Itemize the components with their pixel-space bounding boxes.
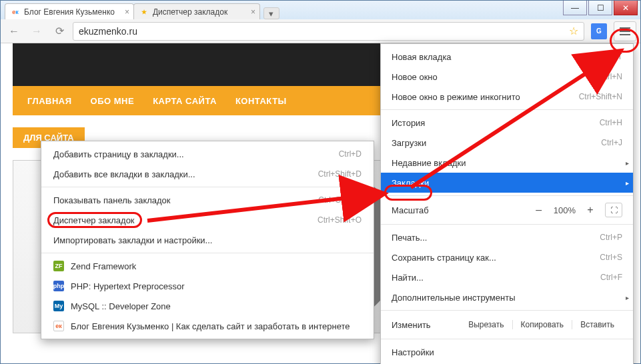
tab-1[interactable]: ек Блог Евгения Кузьменко ×: [5, 3, 134, 19]
main-menu-button[interactable]: [614, 21, 636, 41]
toolbar: ← → ⟳ ekuzmenko.ru ☆ G: [1, 19, 640, 43]
address-bar[interactable]: ekuzmenko.ru ☆: [73, 22, 584, 41]
menu-incognito[interactable]: Новое окно в режиме инкогнитоCtrl+Shift+…: [381, 87, 633, 107]
favicon-ek: ек: [11, 7, 20, 17]
url-text: ekuzmenko.ru: [79, 26, 137, 37]
bookmark-item-blog[interactable]: екБлог Евгения Кузьменко | Как сделать с…: [41, 316, 374, 336]
menu-downloads[interactable]: ЗагрузкиCtrl+J: [381, 133, 633, 153]
edit-copy[interactable]: Копировать: [512, 320, 572, 329]
menu-edit: Изменить Вырезать Копировать Вставить: [381, 313, 633, 336]
zoom-value: 100%: [554, 205, 576, 215]
titlebar: ек Блог Евгения Кузьменко × ★ Диспетчер …: [1, 1, 640, 19]
submenu-bookmark-manager[interactable]: Диспетчер закладокCtrl+Shift+O: [41, 210, 374, 230]
new-tab-button[interactable]: ▾: [263, 7, 279, 19]
nav-home[interactable]: ГЛАВНАЯ: [27, 96, 72, 106]
menu-find[interactable]: Найти...Ctrl+F: [381, 267, 633, 287]
menu-more-tools[interactable]: Дополнительные инструменты▸: [381, 287, 633, 307]
zoom-out-button[interactable]: –: [534, 204, 544, 216]
bookmark-icon-ek: ек: [53, 321, 64, 331]
maximize-button[interactable]: ☐: [588, 1, 612, 15]
menu-new-window[interactable]: Новое окноCtrl+N: [381, 67, 633, 87]
edit-label: Изменить: [392, 320, 431, 330]
fullscreen-button[interactable]: ⛶: [605, 203, 622, 217]
menu-recent-tabs[interactable]: Недавние вкладки▸: [381, 153, 633, 173]
nav-contacts[interactable]: КОНТАКТЫ: [235, 96, 287, 106]
tab-title: Блог Евгения Кузьменко: [24, 7, 115, 17]
zoom-in-button[interactable]: +: [585, 204, 596, 216]
zoom-label: Масштаб: [392, 205, 429, 215]
menu-save-as[interactable]: Сохранить страницу как...Ctrl+S: [381, 247, 633, 267]
submenu-add-all[interactable]: Добавить все вкладки в закладки...Ctrl+S…: [41, 164, 374, 184]
menu-zoom: Масштаб – 100% + ⛶: [381, 199, 633, 221]
tab-title: Диспетчер закладок: [153, 7, 227, 17]
back-button[interactable]: ←: [5, 22, 23, 41]
menu-history[interactable]: ИсторияCtrl+H: [381, 113, 633, 133]
tab-strip: ек Блог Евгения Кузьменко × ★ Диспетчер …: [5, 3, 279, 19]
submenu-import[interactable]: Импортировать закладки и настройки...: [41, 230, 374, 250]
menu-bookmarks[interactable]: Закладки▸: [381, 173, 633, 193]
menu-settings[interactable]: Настройки: [381, 342, 633, 362]
nav-about[interactable]: ОБО МНЕ: [91, 96, 135, 106]
tab-2[interactable]: ★ Диспетчер закладок ×: [133, 3, 260, 19]
minimize-button[interactable]: —: [563, 1, 587, 15]
reload-button[interactable]: ⟳: [50, 22, 69, 41]
favicon-bookmarks: ★: [139, 7, 149, 17]
translate-extension-icon[interactable]: G: [591, 23, 607, 39]
nav-sitemap[interactable]: КАРТА САЙТА: [153, 96, 217, 106]
bookmark-icon-mysql: My: [53, 301, 64, 311]
forward-button[interactable]: →: [27, 22, 46, 41]
chrome-main-menu: Новая вкладкаCtrl+T Новое окноCtrl+N Нов…: [380, 43, 634, 364]
edit-paste[interactable]: Вставить: [572, 320, 622, 329]
bookmark-item-zend[interactable]: ZFZend Framework: [41, 256, 374, 276]
bookmark-icon-zf: ZF: [53, 261, 64, 271]
window-controls: — ☐ ✕: [563, 1, 638, 15]
submenu-add-page[interactable]: Добавить страницу в закладки...Ctrl+D: [41, 144, 374, 164]
bookmarks-submenu: Добавить страницу в закладки...Ctrl+D До…: [41, 141, 374, 339]
bookmark-icon-php: php: [53, 281, 64, 291]
submenu-show-bar[interactable]: Показывать панель закладокCtrl+Shift+B: [41, 190, 374, 210]
close-window-button[interactable]: ✕: [614, 1, 638, 15]
bookmark-star-icon[interactable]: ☆: [569, 25, 578, 37]
menu-new-tab[interactable]: Новая вкладкаCtrl+T: [381, 47, 633, 67]
browser-window: ек Блог Евгения Кузьменко × ★ Диспетчер …: [0, 0, 641, 364]
bookmark-item-mysql[interactable]: MyMySQL :: Developer Zone: [41, 296, 374, 316]
close-tab-icon[interactable]: ×: [125, 7, 129, 17]
edit-cut[interactable]: Вырезать: [460, 320, 512, 329]
close-tab-icon[interactable]: ×: [251, 7, 255, 17]
bookmark-item-php[interactable]: phpPHP: Hypertext Preprocessor: [41, 276, 374, 296]
menu-print[interactable]: Печать...Ctrl+P: [381, 227, 633, 247]
